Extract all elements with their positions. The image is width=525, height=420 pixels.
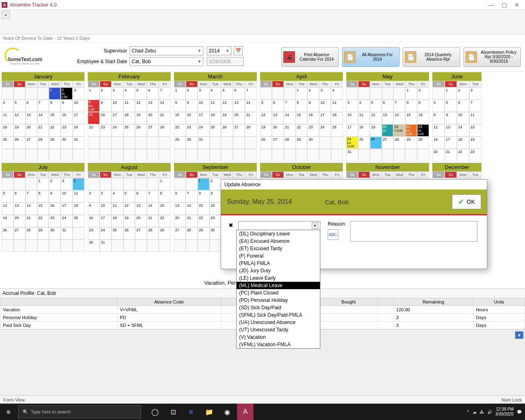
day-cell[interactable]: 15: [88, 112, 100, 124]
day-cell[interactable]: 20: [135, 215, 147, 227]
day-cell[interactable]: 7: [159, 87, 171, 100]
day-cell[interactable]: 16: [61, 112, 73, 124]
day-cell[interactable]: 3: [319, 87, 331, 100]
day-cell[interactable]: 2: [210, 178, 221, 190]
day-cell[interactable]: 2: [307, 87, 319, 100]
day-cell[interactable]: 18: [2, 124, 14, 137]
day-cell[interactable]: 27: [147, 124, 159, 137]
day-cell[interactable]: 3: [73, 87, 84, 100]
absence-code-combo[interactable]: ▼: [238, 221, 320, 230]
day-cell[interactable]: 6: [272, 100, 284, 112]
day-cell[interactable]: 10: [61, 190, 73, 203]
day-cell[interactable]: 12: [123, 203, 135, 215]
day-cell[interactable]: 3: [100, 190, 112, 203]
policy-report-button[interactable]: 📄 Absenteeism Policy Rpt 3/30/2020 - 9/3…: [463, 47, 521, 67]
day-cell[interactable]: 26: [221, 124, 233, 137]
cortana-icon[interactable]: ◯: [147, 404, 163, 420]
day-cell[interactable]: 25: [2, 137, 14, 149]
quarterly-report-button[interactable]: 📄 2014 Quarterly Absence Rpt: [403, 47, 460, 67]
day-cell[interactable]: 20: [147, 112, 159, 124]
day-cell[interactable]: 9: [186, 100, 198, 112]
day-cell[interactable]: 14: [245, 100, 257, 112]
employee-select[interactable]: Cat, Bob ▼: [130, 57, 203, 66]
day-cell[interactable]: 24: [319, 124, 331, 137]
day-cell[interactable]: 21: [147, 215, 159, 227]
day-cell[interactable]: 19: [14, 124, 25, 137]
day-cell[interactable]: 8EA1.00: [88, 100, 100, 112]
day-cell[interactable]: 21: [445, 149, 457, 161]
day-cell[interactable]: 2: [186, 87, 198, 100]
day-cell[interactable]: 19: [123, 215, 135, 227]
day-cell[interactable]: 9: [49, 190, 61, 203]
day-cell[interactable]: 21: [245, 112, 257, 124]
day-cell[interactable]: 23DL6.50: [417, 124, 429, 137]
day-cell[interactable]: 14: [457, 124, 469, 137]
day-cell[interactable]: 28: [25, 227, 37, 240]
day-cell[interactable]: 20: [174, 215, 186, 227]
day-cell[interactable]: 21: [37, 124, 49, 137]
day-cell[interactable]: 16: [88, 215, 100, 227]
all-absences-button[interactable]: 📄 All Absences For 2014: [342, 47, 399, 67]
day-cell[interactable]: 4: [2, 100, 14, 112]
taskbar-search[interactable]: 🔍 Type here to search: [18, 405, 141, 418]
day-cell[interactable]: 15: [469, 124, 482, 137]
day-cell[interactable]: 31: [100, 240, 112, 252]
day-cell[interactable]: 9: [88, 203, 100, 215]
day-cell[interactable]: 24: [198, 124, 210, 137]
day-cell[interactable]: 13: [382, 112, 394, 124]
day-cell[interactable]: 22: [296, 124, 308, 137]
day-cell[interactable]: 13: [147, 100, 159, 112]
day-cell[interactable]: 8: [174, 100, 186, 112]
day-cell[interactable]: 16: [186, 112, 198, 124]
day-cell[interactable]: 6: [457, 100, 469, 112]
day-cell[interactable]: 12: [260, 112, 272, 124]
notifications-icon[interactable]: 💬: [517, 410, 522, 414]
day-cell[interactable]: 21: [284, 124, 296, 137]
day-cell[interactable]: 5: [123, 190, 135, 203]
day-cell[interactable]: 11: [358, 112, 370, 124]
day-cell[interactable]: 14: [147, 203, 159, 215]
day-cell[interactable]: 1: [174, 87, 186, 100]
day-cell[interactable]: 17: [61, 203, 73, 215]
day-cell[interactable]: 15: [174, 112, 186, 124]
day-cell[interactable]: 8: [432, 112, 445, 124]
day-cell[interactable]: 26: [123, 227, 135, 240]
day-cell[interactable]: 2DL2.00: [61, 87, 73, 100]
day-cell[interactable]: 6: [25, 100, 37, 112]
chrome-icon[interactable]: ◉: [219, 404, 235, 420]
day-cell[interactable]: 1: [37, 178, 49, 190]
edge-icon[interactable]: e: [183, 404, 199, 420]
day-cell[interactable]: 13: [233, 100, 245, 112]
day-cell[interactable]: 5: [445, 100, 457, 112]
day-cell[interactable]: 9: [100, 100, 112, 112]
day-cell[interactable]: 20: [25, 124, 37, 137]
day-cell[interactable]: 25: [112, 227, 123, 240]
day-cell[interactable]: 6: [135, 190, 147, 203]
task-view-icon[interactable]: ⊡: [165, 404, 181, 420]
day-cell[interactable]: 2: [100, 87, 112, 100]
day-cell[interactable]: 15: [49, 112, 61, 124]
day-cell[interactable]: 22: [457, 149, 469, 161]
dropdown-item[interactable]: (DL) Disciplinary Leave: [237, 230, 320, 237]
close-button[interactable]: ✕: [514, 2, 519, 8]
day-cell[interactable]: 19: [370, 124, 382, 137]
day-cell[interactable]: 16: [210, 203, 221, 215]
day-cell[interactable]: 28: [186, 227, 198, 240]
day-cell[interactable]: 23: [88, 227, 100, 240]
dropdown-item[interactable]: (ET) Excused Tardy: [237, 245, 320, 252]
day-cell[interactable]: 25: [123, 124, 135, 137]
day-cell[interactable]: 8: [37, 190, 49, 203]
day-cell[interactable]: 27: [174, 227, 186, 240]
day-cell[interactable]: 27: [382, 137, 394, 149]
day-cell[interactable]: 24: [112, 124, 123, 137]
day-cell[interactable]: 23: [469, 149, 482, 161]
day-cell[interactable]: 22: [88, 124, 100, 137]
day-cell[interactable]: 18: [457, 137, 469, 149]
day-cell[interactable]: 25: [210, 124, 221, 137]
day-cell[interactable]: 16: [100, 112, 112, 124]
day-cell[interactable]: 14: [393, 112, 405, 124]
day-cell[interactable]: 4: [210, 87, 221, 100]
dropdown-item[interactable]: (EA) Excused Absence: [237, 237, 320, 245]
day-cell[interactable]: 24: [73, 124, 84, 137]
day-cell[interactable]: 20: [272, 124, 284, 137]
